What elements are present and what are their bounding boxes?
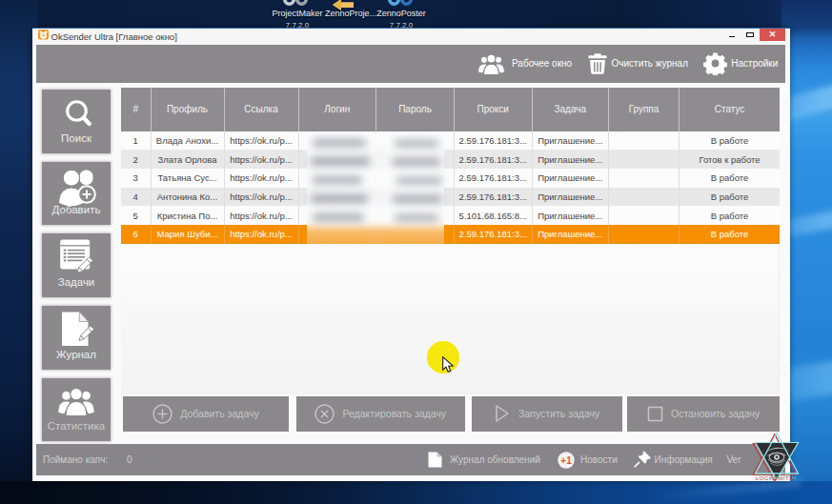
svg-text:+1: +1: [560, 454, 572, 465]
svg-text:LOCKSMITH: LOCKSMITH: [758, 474, 796, 480]
